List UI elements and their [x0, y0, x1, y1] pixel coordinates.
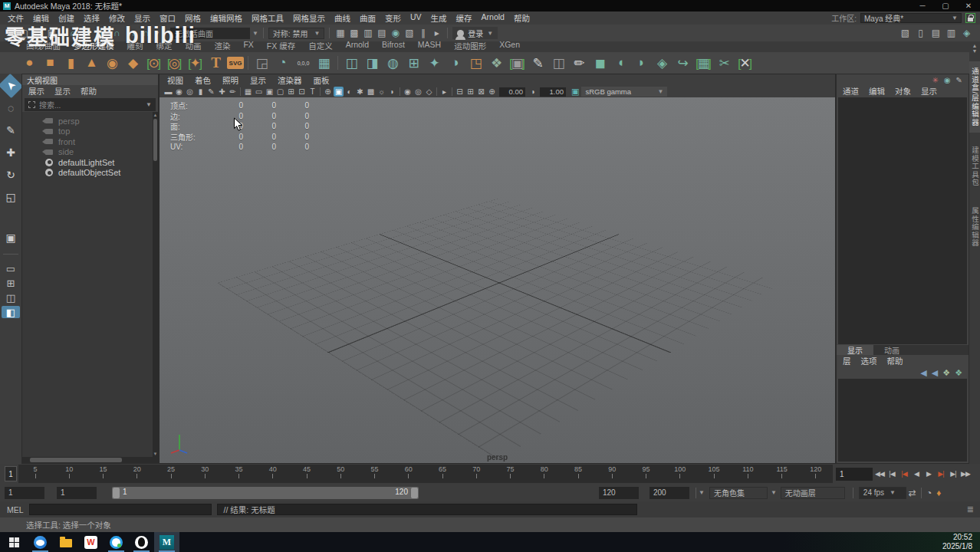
- paste-pose-icon[interactable]: ⊟: [455, 87, 465, 97]
- chevron-down-icon[interactable]: ▼: [699, 489, 705, 496]
- scale-tool[interactable]: ◱: [2, 189, 20, 205]
- render-current-frame-icon[interactable]: ▦: [334, 28, 346, 38]
- construction-plane-icon[interactable]: ◲: [252, 54, 271, 73]
- viewport-menu-item[interactable]: 视图: [167, 74, 183, 86]
- layer-editor-menu-item[interactable]: 层: [843, 355, 851, 366]
- gamma-field[interactable]: 1.00: [540, 87, 566, 97]
- character-set-dropdown[interactable]: 无角色集: [709, 487, 768, 499]
- outliner-search-input[interactable]: 搜索... ▼: [25, 98, 156, 111]
- attribute-editor-toggle-icon[interactable]: ▤: [930, 28, 942, 38]
- shelf-tab[interactable]: Arnold: [346, 40, 369, 52]
- channel-speed-icon[interactable]: ◉: [944, 76, 951, 84]
- modeling-toolkit-toggle-icon[interactable]: ▧: [899, 28, 911, 38]
- layer-editor-menu-item[interactable]: 帮助: [887, 355, 903, 366]
- playback-start-field[interactable]: 1: [57, 487, 97, 499]
- poly-sphere-icon[interactable]: ●: [20, 54, 39, 73]
- poly-svg-icon[interactable]: SVG: [227, 57, 244, 69]
- safe-action-icon[interactable]: ⊡: [297, 87, 307, 97]
- menu-item[interactable]: 缓存: [452, 12, 477, 24]
- channel-box-menu-item[interactable]: 对象: [895, 85, 911, 97]
- timeline-track[interactable]: 5 10 15 20 25 30 35 40 45 50: [18, 465, 833, 483]
- light-editor-icon[interactable]: ▧: [403, 28, 415, 38]
- menu-item[interactable]: 显示: [130, 12, 155, 24]
- split-pane-layout-button[interactable]: ◧: [2, 306, 20, 318]
- shelf-tab[interactable]: 绑定: [156, 40, 172, 52]
- image-plane-icon[interactable]: ✎: [206, 87, 216, 97]
- workspace-lock-icon[interactable]: [965, 13, 975, 23]
- poly-cube-icon[interactable]: ■: [41, 54, 60, 73]
- menu-item[interactable]: Arnold: [477, 12, 509, 24]
- sculpt-tool-icon[interactable]: ❖: [487, 54, 506, 73]
- insert-edge-loop-icon[interactable]: ◫: [549, 54, 568, 73]
- vp-separator[interactable]: [318, 87, 322, 97]
- layer-editor-tab[interactable]: 显示: [837, 345, 873, 355]
- new-layer-from-selected-icon[interactable]: ❖: [955, 368, 962, 378]
- outliner-item-defaultobjectset[interactable]: defaultObjectSet: [22, 168, 158, 179]
- layer-editor-tab[interactable]: 动画: [873, 345, 910, 355]
- chevron-down-icon[interactable]: ▼: [252, 30, 258, 37]
- bend-deformer-icon[interactable]: ↪: [673, 54, 692, 73]
- vp-separator[interactable]: [238, 87, 242, 97]
- grid-toggle-icon[interactable]: ▦: [243, 87, 253, 97]
- taskbar-clock[interactable]: 20:52 2025/1/8: [942, 533, 980, 551]
- outliner-menu-item[interactable]: 展示: [28, 85, 44, 97]
- outliner-vertical-scrollbar[interactable]: ▲ ▼: [153, 112, 158, 457]
- remesh-icon[interactable]: ▦: [694, 54, 713, 73]
- depth-of-field-icon[interactable]: ◎: [413, 87, 423, 97]
- channel-box-menu-item[interactable]: 显示: [921, 85, 937, 97]
- zero-transform-icon[interactable]: 0,0,0: [294, 54, 313, 73]
- viewport-menu-item[interactable]: 显示: [250, 74, 266, 86]
- taskbar-wps-icon[interactable]: W: [78, 532, 104, 552]
- sidebar-vertical-tab[interactable]: 建模工具包: [969, 140, 980, 193]
- wireframe-mode-icon[interactable]: ⊕: [323, 87, 333, 97]
- copy-pose-icon[interactable]: ⊞: [465, 87, 475, 97]
- outliner-item-front[interactable]: front: [22, 136, 158, 147]
- animation-preferences-icon[interactable]: ◔: [926, 488, 932, 498]
- command-language-label[interactable]: MEL: [7, 505, 24, 514]
- lock-camera-icon[interactable]: ◉: [174, 87, 184, 97]
- viewport-menu-item[interactable]: 照明: [222, 74, 238, 86]
- viewport-menu-item[interactable]: 渲染器: [278, 74, 302, 86]
- lasso-select-tool[interactable]: ◌: [2, 100, 20, 117]
- outliner-menu-item[interactable]: 显示: [54, 85, 71, 97]
- menu-item[interactable]: 修改: [104, 12, 130, 24]
- shadows-icon[interactable]: ▩: [366, 87, 376, 97]
- menu-item[interactable]: 编辑网格: [206, 12, 247, 24]
- sidebar-vertical-tab[interactable]: 通道盒/层编辑器: [969, 61, 980, 133]
- sidebar-vertical-tab[interactable]: 属性编辑器: [969, 201, 980, 254]
- hypershade-icon[interactable]: ◉: [390, 28, 401, 38]
- viewport-menu-item[interactable]: 着色: [195, 74, 211, 86]
- shelf-tab[interactable]: Bifrost: [382, 40, 405, 52]
- shelf-tab[interactable]: XGen: [499, 40, 520, 52]
- render-sequence-icon[interactable]: ▥: [362, 28, 373, 38]
- mirror-icon[interactable]: ◑: [446, 54, 465, 73]
- menu-item[interactable]: 网格工具: [247, 12, 288, 24]
- close-button[interactable]: ✕: [957, 0, 980, 12]
- move-layer-up-icon[interactable]: ◀: [920, 368, 926, 378]
- poly-disc-icon[interactable]: ⊙: [144, 54, 163, 73]
- last-tool-used[interactable]: ▣: [2, 229, 20, 246]
- outliner-item-defaultlightset[interactable]: defaultLightSet: [22, 157, 158, 168]
- target-weld-icon[interactable]: ✕: [735, 54, 755, 73]
- animation-start-field[interactable]: 1: [5, 487, 44, 499]
- menu-item[interactable]: 选择: [79, 12, 104, 24]
- shelf-separator[interactable]: [335, 54, 340, 73]
- poly-type-icon[interactable]: T: [206, 54, 225, 73]
- step-forward-key-button[interactable]: ▶|: [936, 470, 946, 478]
- snap-to-projected-center-icon[interactable]: ∩: [111, 28, 123, 38]
- grease-pencil-icon[interactable]: ✏: [228, 87, 238, 97]
- shelf-tab[interactable]: 渲染: [214, 40, 230, 52]
- taskbar-browser-icon[interactable]: [28, 532, 53, 552]
- outliner-item-side[interactable]: side: [22, 147, 158, 158]
- isolate-select-icon[interactable]: ◇: [424, 87, 434, 97]
- symmetry-dropdown[interactable]: 对称: 禁用 ▼: [268, 28, 324, 39]
- bookmark-icon[interactable]: ▮: [196, 87, 206, 97]
- command-input[interactable]: [29, 504, 212, 515]
- rotate-tool[interactable]: ↻: [2, 166, 20, 183]
- shelf-tab[interactable]: 多边形建模: [74, 40, 114, 52]
- smooth-icon[interactable]: ✦: [425, 54, 444, 73]
- taskbar-qq-icon[interactable]: [129, 532, 154, 552]
- poly-plane-icon[interactable]: ◆: [123, 54, 143, 73]
- new-empty-layer-icon[interactable]: ❖: [942, 368, 950, 378]
- menu-item[interactable]: 曲面: [355, 12, 380, 24]
